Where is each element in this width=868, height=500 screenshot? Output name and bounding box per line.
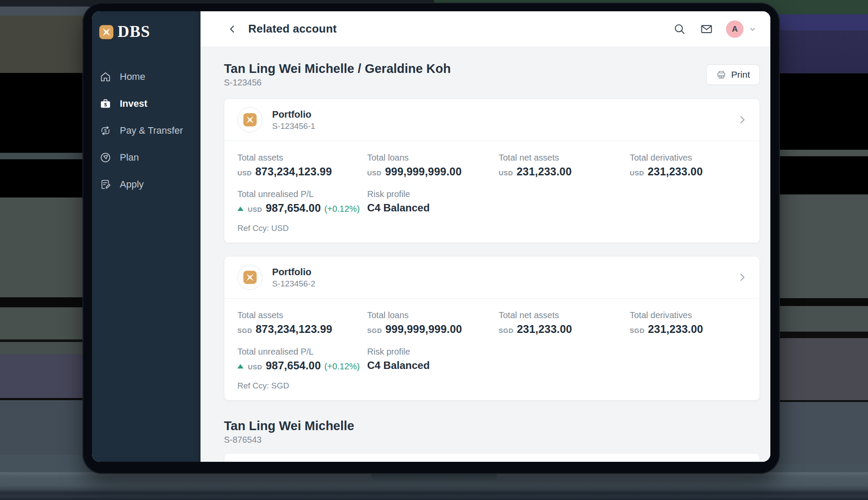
portfolio-card: Portfolio S-123456-1 Total assets USD873… [224, 99, 760, 243]
portfolio-logo-icon [237, 265, 263, 290]
print-button[interactable]: Print [706, 64, 760, 85]
apply-icon [99, 178, 112, 191]
page-title: Related account [248, 22, 337, 36]
stat-amount: 987,654.00 [266, 359, 321, 372]
portfolio-title: Portfolio [272, 109, 315, 120]
stat-amount: 231,233.00 [516, 165, 572, 178]
dbs-logo-icon [99, 25, 114, 39]
portfolio-card: Portfolio S-123456-2 Total assets SGD873… [224, 256, 760, 401]
currency-code: USD [248, 361, 262, 373]
stat-total-derivatives: Total derivatives USD231,233.00 [630, 152, 746, 179]
portfolio-id: S-123456-2 [272, 279, 315, 289]
search-icon[interactable] [672, 22, 687, 36]
sidebar-item-label: Apply [120, 179, 144, 190]
sidebar: DBS Home $ [92, 11, 201, 462]
sidebar-item-label: Pay & Transfer [120, 125, 183, 136]
stat-amount: 873,234,123.99 [256, 323, 332, 335]
reference-currency: Ref Ccy: USD [224, 224, 760, 243]
stat-total-net-assets: Total net assets USD231,233.00 [499, 152, 630, 179]
stat-total-derivatives: Total derivatives SGD231,233.00 [630, 310, 746, 337]
stat-risk-profile: Risk profile C4 Balanced [367, 346, 499, 373]
portfolio-title: Portfolio [272, 266, 315, 278]
section-heading-row: Tan Ling Wei Michelle / Geraldine Koh S-… [224, 62, 760, 87]
stats-row-2: Total unrealised P/L USD 987,654.00 (+0.… [224, 337, 760, 373]
stat-total-loans: Total loans SGD999,999,999.00 [367, 310, 499, 337]
currency-code: SGD [499, 325, 513, 337]
stat-total-net-assets: Total net assets SGD231,233.00 [499, 310, 630, 337]
stat-unrealised-pl: Total unrealised P/L USD 987,654.00 (+0.… [237, 346, 367, 373]
stats-row-2: Total unrealised P/L USD 987,654.00 (+0.… [224, 179, 760, 216]
currency-code: USD [630, 167, 644, 179]
laptop-base [0, 472, 868, 500]
svg-text:$: $ [104, 128, 107, 133]
sidebar-item-apply[interactable]: Apply [92, 171, 201, 198]
stat-amount: 873,234,123.99 [255, 165, 332, 178]
plan-icon [99, 151, 112, 164]
app-screen: DBS Home $ [92, 11, 770, 462]
chevron-right-icon[interactable] [736, 114, 748, 126]
home-icon [99, 70, 112, 83]
sidebar-item-home[interactable]: Home [92, 63, 201, 90]
gain-arrow-up-icon [237, 364, 243, 368]
svg-text:$: $ [104, 102, 107, 107]
currency-code: SGD [367, 325, 382, 337]
pl-change-percent: (+0.12%) [324, 360, 360, 372]
topbar-actions: A [672, 20, 757, 38]
profile-menu[interactable]: A [726, 20, 757, 38]
sidebar-item-invest[interactable]: $ Invest [92, 90, 201, 117]
chevron-down-icon [748, 24, 757, 34]
content: Tan Ling Wei Michelle / Geraldine Koh S-… [201, 47, 770, 462]
section-heading-row: Tan Ling Wei Michelle S-876543 [224, 419, 760, 444]
pay-transfer-icon: $ [99, 124, 112, 137]
account-holder-name: Tan Ling Wei Michelle / Geraldine Koh [224, 62, 451, 76]
main-area: Related account A [201, 11, 770, 462]
stat-amount: 987,654.00 [266, 202, 321, 214]
account-holder-name: Tan Ling Wei Michelle [224, 419, 354, 433]
laptop-frame: DBS Home $ [82, 3, 780, 474]
currency-code: USD [367, 167, 381, 179]
reference-currency: Ref Ccy: SGD [224, 381, 760, 400]
currency-code: SGD [630, 325, 644, 337]
stat-unrealised-pl: Total unrealised P/L USD 987,654.00 (+0.… [237, 189, 367, 216]
gain-arrow-up-icon [237, 207, 243, 211]
account-id: S-876543 [224, 435, 354, 444]
stat-amount: 231,233.00 [648, 165, 703, 178]
sidebar-item-label: Plan [120, 152, 139, 163]
risk-profile-value: C4 Balanced [367, 202, 499, 214]
stat-risk-profile: Risk profile C4 Balanced [367, 189, 499, 216]
currency-code: USD [248, 204, 262, 216]
printer-icon [716, 69, 727, 80]
portfolio-id: S-123456-1 [272, 122, 315, 131]
stats-row-1: Total assets USD873,234,123.99 Total loa… [224, 141, 760, 179]
stat-amount: 231,233.00 [648, 323, 703, 335]
risk-profile-value: C4 Balanced [367, 359, 499, 372]
currency-code: SGD [237, 325, 252, 337]
currency-code: USD [499, 167, 513, 179]
portfolio-card-header[interactable]: Portfolio S-876543-0 CORPORATE [224, 454, 760, 462]
sidebar-item-label: Invest [120, 98, 148, 109]
avatar[interactable]: A [726, 20, 743, 38]
portfolio-card-header[interactable]: Portfolio S-123456-1 [224, 99, 760, 141]
portfolio-logo-icon [237, 107, 263, 132]
stat-amount: 999,999,999.00 [385, 323, 462, 335]
mail-icon[interactable] [699, 22, 714, 36]
stat-total-assets: Total assets SGD873,234,123.99 [237, 310, 367, 337]
stats-row-1: Total assets SGD873,234,123.99 Total loa… [224, 299, 760, 337]
stat-total-assets: Total assets USD873,234,123.99 [237, 152, 367, 179]
invest-icon: $ [99, 97, 112, 110]
account-id: S-123456 [224, 78, 451, 87]
stat-amount: 999,999,999.00 [385, 165, 462, 178]
dbs-wordmark: DBS [118, 23, 150, 41]
dbs-logo: DBS [92, 11, 201, 41]
chevron-right-icon[interactable] [736, 271, 748, 283]
portfolio-card-header[interactable]: Portfolio S-123456-2 [224, 257, 760, 298]
currency-code: USD [237, 167, 252, 179]
portfolio-card: Portfolio S-876543-0 CORPORATE [224, 453, 760, 462]
sidebar-item-label: Home [120, 71, 145, 82]
sidebar-nav: Home $ Invest [92, 63, 201, 198]
stat-total-loans: Total loans USD999,999,999.00 [367, 152, 499, 179]
back-button[interactable] [226, 23, 239, 36]
sidebar-item-plan[interactable]: Plan [92, 144, 201, 171]
stat-amount: 231,233.00 [517, 323, 572, 335]
sidebar-item-pay-transfer[interactable]: $ Pay & Transfer [92, 117, 201, 144]
